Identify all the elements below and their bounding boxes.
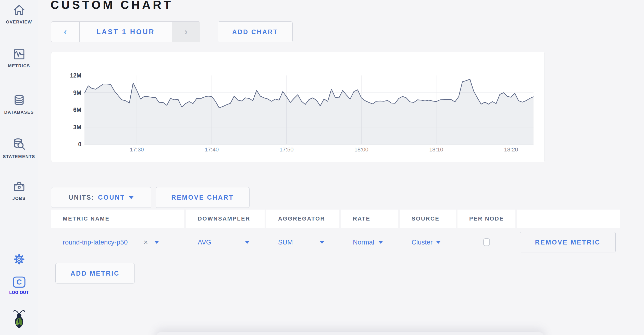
databases-icon [0,93,38,108]
chevron-down-icon [245,241,250,244]
remove-metric-button[interactable]: REMOVE METRIC [520,232,616,252]
chevron-left-icon: ‹ [64,27,67,37]
cockroach-bug-logo [0,308,38,331]
svg-text:18:10: 18:10 [429,146,443,153]
sidebar-item-label: METRICS [0,63,38,69]
clear-metric-icon[interactable]: × [143,238,148,246]
downsampler-dropdown[interactable]: AVG [186,228,265,256]
chevron-down-icon [436,241,441,244]
col-header-rate: RATE [341,210,398,228]
sidebar-item-overview[interactable]: OVERVIEW [0,4,38,25]
add-metric-label: ADD METRIC [71,270,120,277]
add-chart-label: ADD CHART [232,28,278,36]
chevron-down-icon [319,241,325,244]
chevron-down-icon [129,196,134,199]
next-chart-peek-shadow [156,332,544,335]
chevron-down-icon [378,241,383,244]
statements-icon [0,137,38,152]
per-node-checkbox[interactable] [483,238,490,246]
time-next-button-disabled[interactable]: › [172,22,200,42]
time-prev-button[interactable]: ‹ [51,22,80,42]
sidebar-item-label: STATEMENTS [0,154,38,159]
bug-icon [0,308,38,331]
aggregator-dropdown[interactable]: SUM [266,228,339,256]
logout-label[interactable]: LOG OUT [0,290,38,295]
sidebar-logout[interactable]: C LOG OUT [0,275,38,295]
source-dropdown[interactable]: Cluster [400,228,456,256]
metrics-table-header: METRIC NAME DOWNSAMPLER AGGREGATOR RATE … [51,210,620,228]
time-range-selector: ‹ LAST 1 HOUR › [51,21,200,42]
svg-text:12M: 12M [70,72,81,79]
jobs-icon [0,180,38,194]
remove-chart-button[interactable]: REMOVE CHART [156,187,250,208]
metrics-icon [0,47,38,61]
sidebar-item-label: JOBS [0,196,38,201]
sidebar: OVERVIEW METRICS DATABASES STATEMENTS [0,0,38,335]
rate-value: Normal [353,238,374,246]
aggregator-value: SUM [278,238,293,246]
chevron-down-icon[interactable] [154,241,159,244]
sidebar-item-label: OVERVIEW [0,20,38,25]
chevron-right-icon: › [184,27,188,37]
cockroach-c-logo-icon: C [0,275,38,289]
sidebar-item-statements[interactable]: STATEMENTS [0,137,38,159]
units-label: UNITS: [69,194,94,201]
metric-row: round-trip-latency-p50 × AVG SUM Normal … [51,228,620,256]
units-value: COUNT [98,194,125,201]
metric-actions-cell: REMOVE METRIC [517,228,620,256]
time-range-label[interactable]: LAST 1 HOUR [80,22,172,42]
page-title: CUSTOM CHART [51,0,173,12]
svg-text:17:50: 17:50 [279,146,293,153]
sidebar-item-databases[interactable]: DATABASES [0,93,38,115]
home-icon [0,4,38,17]
area-chart: 17:3017:4017:5018:0018:1018:2003M6M9M12M [51,52,544,162]
svg-text:18:00: 18:00 [354,146,368,153]
svg-text:6M: 6M [73,107,81,113]
sidebar-item-label: DATABASES [0,110,38,115]
add-metric-button[interactable]: ADD METRIC [55,263,135,284]
svg-text:18:20: 18:20 [504,146,518,153]
svg-text:0: 0 [78,141,81,148]
add-chart-button[interactable]: ADD CHART [218,21,293,42]
svg-text:C: C [16,278,22,286]
svg-text:3M: 3M [73,124,81,131]
remove-chart-label: REMOVE CHART [171,194,234,201]
col-header-metric-name: METRIC NAME [51,210,184,228]
sidebar-item-metrics[interactable]: METRICS [0,47,38,69]
source-value: Cluster [412,238,432,246]
metric-name-value[interactable]: round-trip-latency-p50 [63,238,128,246]
metric-name-cell: round-trip-latency-p50 × [51,228,184,256]
svg-text:9M: 9M [73,89,81,96]
sidebar-settings[interactable] [0,252,38,267]
col-header-source: SOURCE [400,210,456,228]
units-dropdown[interactable]: UNITS: COUNT [51,187,151,208]
svg-text:17:40: 17:40 [205,146,219,153]
sidebar-item-jobs[interactable]: JOBS [0,180,38,201]
col-header-downsampler: DOWNSAMPLER [186,210,265,228]
col-header-actions [517,210,620,228]
gear-icon [0,252,38,267]
custom-chart-card[interactable]: 17:3017:4017:5018:0018:1018:2003M6M9M12M [51,52,545,162]
col-header-per-node: PER NODE [457,210,515,228]
downsampler-value: AVG [198,238,211,246]
svg-text:17:30: 17:30 [130,146,144,153]
col-header-aggregator: AGGREGATOR [266,210,339,228]
per-node-cell [457,228,515,256]
rate-dropdown[interactable]: Normal [341,228,398,256]
